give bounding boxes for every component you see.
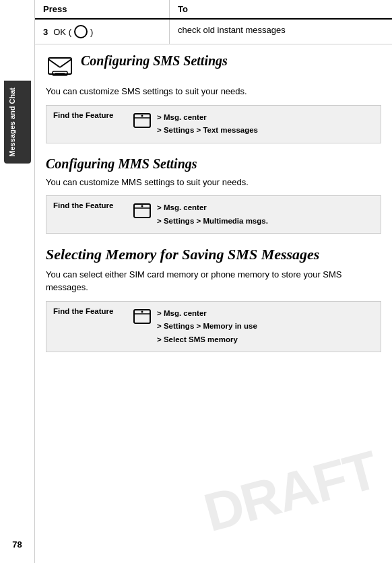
- svg-point-13: [141, 310, 143, 312]
- memory-body: You can select either SIM card memory or…: [46, 268, 381, 294]
- section-memory: Selecting Memory for Saving SMS Messages…: [46, 246, 381, 352]
- ok-label: OK (: [53, 27, 71, 37]
- mms-find-feature-label: Find the Feature: [53, 201, 127, 209]
- draft-watermark: DRAFT: [197, 439, 383, 544]
- memory-find-feature-box: Find the Feature > Msg. center > Setting…: [46, 301, 381, 353]
- sms-step-1: > Msg. center: [157, 111, 258, 125]
- sms-settings-title: Configuring SMS Settings: [81, 53, 228, 69]
- memory-step-2: > Settings > Memory in use: [157, 320, 257, 333]
- header-to: To: [170, 0, 392, 18]
- header-row: Press To: [35, 0, 392, 20]
- sms-find-feature-steps: > Msg. center > Settings > Text messages: [157, 111, 258, 137]
- page-wrapper: Messages and Chat 78 Press To 3 OK ( ) c…: [0, 0, 392, 563]
- memory-step-3: > Select SMS memory: [157, 333, 257, 347]
- mms-step-2: > Settings > Multimedia msgs.: [157, 215, 268, 228]
- mms-find-feature-icon: [133, 201, 152, 220]
- memory-title: Selecting Memory for Saving SMS Messages: [46, 246, 381, 263]
- memory-find-feature-label: Find the Feature: [53, 307, 127, 315]
- svg-point-7: [141, 114, 143, 117]
- mms-settings-body: You can customize MMS settings to suit y…: [46, 176, 381, 189]
- svg-line-1: [48, 59, 60, 67]
- mms-settings-title: Configuring MMS Settings: [46, 156, 381, 172]
- svg-point-10: [141, 205, 143, 207]
- table-row: 3 OK ( ) check old instant messages: [35, 20, 392, 44]
- section-sms-header: Configuring SMS Settings: [46, 53, 381, 81]
- sms-find-feature-label: Find the Feature: [53, 111, 127, 119]
- ok-close-paren: ): [90, 27, 93, 37]
- header-press: Press: [35, 0, 170, 18]
- memory-find-feature-steps: > Msg. center > Settings > Memory in use…: [157, 307, 257, 347]
- row-number: 3: [43, 27, 48, 37]
- table-row-press: 3 OK ( ): [35, 20, 170, 44]
- ok-circle-icon: [74, 25, 88, 38]
- mms-find-feature-steps: > Msg. center > Settings > Multimedia ms…: [157, 201, 268, 228]
- memory-step-1: > Msg. center: [157, 307, 257, 321]
- sms-settings-body: You can customize SMS settings to suit y…: [46, 85, 381, 98]
- sms-step-2: > Settings > Text messages: [157, 124, 258, 137]
- mms-find-feature-box: Find the Feature > Msg. center > Setting…: [46, 195, 381, 234]
- sms-find-feature-icon: [133, 111, 152, 130]
- mms-step-1: > Msg. center: [157, 201, 268, 215]
- main-content: Press To 3 OK ( ) check old instant mess…: [35, 0, 392, 563]
- svg-line-2: [60, 59, 71, 67]
- sidebar: Messages and Chat 78: [0, 0, 35, 563]
- memory-find-feature-icon: [133, 307, 152, 326]
- section-mms-settings: Configuring MMS Settings You can customi…: [46, 156, 381, 234]
- section-sms-settings: Configuring SMS Settings You can customi…: [46, 53, 381, 143]
- sidebar-tab-label: Messages and Chat: [4, 81, 31, 164]
- sms-find-feature-box: Find the Feature > Msg. center > Setting…: [46, 105, 381, 143]
- table-row-to: check old instant messages: [170, 20, 392, 44]
- content-area: Configuring SMS Settings You can customi…: [35, 44, 392, 563]
- sms-settings-icon: [46, 53, 74, 81]
- page-number: 78: [12, 539, 22, 550]
